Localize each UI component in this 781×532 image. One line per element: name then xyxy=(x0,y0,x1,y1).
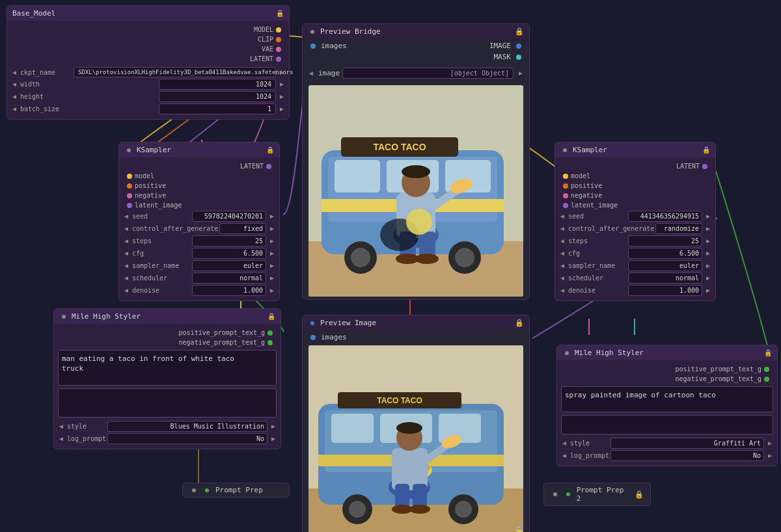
ksampler2-steps-right[interactable]: ► xyxy=(704,237,713,245)
vae-port: VAE xyxy=(7,44,289,54)
ckpt-arrow-right[interactable]: ► xyxy=(277,69,286,76)
ksampler1-latent-port: LATENT xyxy=(119,161,279,171)
mhs1-style-right[interactable]: ► xyxy=(269,423,278,430)
ksampler1-sampler-right[interactable]: ► xyxy=(267,262,277,269)
mhs2-title: Mile High Styler xyxy=(575,349,644,357)
latent-dot xyxy=(276,57,281,62)
mhs2-negative-port: negative_prompt_text_g xyxy=(557,374,777,384)
preview-bridge-title: Preview Bridge xyxy=(320,27,381,36)
images-in-dot xyxy=(310,44,316,49)
ksampler1-body: LATENT model positive negative latent_im… xyxy=(119,157,279,300)
ksampler1-cfg-right[interactable]: ► xyxy=(267,250,277,257)
width-arrow-right[interactable]: ► xyxy=(277,81,286,88)
ksampler1-denoise-right[interactable]: ► xyxy=(267,287,277,294)
ksampler1-steps-left[interactable]: ◄ xyxy=(122,237,131,245)
base-model-lock[interactable]: 🔒 xyxy=(276,10,284,17)
height-arrow-left[interactable]: ◄ xyxy=(10,93,19,100)
ckpt-arrow-left[interactable]: ◄ xyxy=(10,69,19,76)
ksampler2-steps-left[interactable]: ◄ xyxy=(558,237,567,245)
ksampler1-sampler-value: euler xyxy=(192,260,266,271)
prompt-prep1-dot2 xyxy=(205,488,209,492)
height-value: 1024 xyxy=(159,91,276,102)
preview-bridge-lock[interactable]: 🔒 xyxy=(515,27,524,36)
preview-image-container: TACO TACO 🔒 xyxy=(303,343,529,532)
preview-image-display: TACO TACO 🔒 xyxy=(308,345,523,532)
image-out-dot xyxy=(516,44,521,49)
preview-image-lock[interactable]: 🔒 xyxy=(515,319,524,327)
mhs1-lock[interactable]: 🔒 xyxy=(267,313,275,320)
ksampler2-cfg-right[interactable]: ► xyxy=(704,250,713,257)
svg-point-17 xyxy=(455,248,474,267)
ksampler1-denoise-value: 1.000 xyxy=(192,285,266,296)
ksampler2-scheduler-right[interactable]: ► xyxy=(704,274,713,282)
mhs2-log-left[interactable]: ◄ xyxy=(560,452,569,459)
ksampler2-seed-right[interactable]: ► xyxy=(704,213,713,220)
mhs2-log-row: ◄ log_prompt No ► xyxy=(557,449,777,462)
ksampler1-control-left[interactable]: ◄ xyxy=(122,225,131,232)
ksampler1-cfg-left[interactable]: ◄ xyxy=(122,250,131,257)
ksampler2-control-right[interactable]: ► xyxy=(704,225,713,232)
ksampler1-scheduler-right[interactable]: ► xyxy=(267,274,277,282)
mhs1-negative-text-box[interactable] xyxy=(58,388,277,418)
ksampler1-steps-row: ◄ steps 25 ► xyxy=(119,235,279,247)
svg-point-51 xyxy=(396,422,422,434)
mhs1-positive-text[interactable]: man eating a taco in front of white taco… xyxy=(58,350,277,386)
ksampler2-cfg-value: 6.500 xyxy=(628,248,702,259)
ksampler1-scheduler-left[interactable]: ◄ xyxy=(122,274,131,282)
ksampler2-sampler-left[interactable]: ◄ xyxy=(558,262,567,269)
mhs2-lock[interactable]: 🔒 xyxy=(764,349,772,356)
mhs2-style-left[interactable]: ◄ xyxy=(560,440,569,447)
batch-row: ◄ batch_size 1 ► xyxy=(7,103,289,115)
ksampler2-scheduler-left[interactable]: ◄ xyxy=(558,274,567,282)
ksampler2-sampler-right[interactable]: ► xyxy=(704,262,713,269)
mhs1-style-left[interactable]: ◄ xyxy=(57,423,66,430)
preview-bridge-img-left[interactable]: ◄ xyxy=(307,70,316,77)
height-arrow-right[interactable]: ► xyxy=(277,93,286,100)
ksampler1-seed-right[interactable]: ► xyxy=(267,213,277,220)
ksampler1-steps-right[interactable]: ► xyxy=(267,237,277,245)
ksampler2-control-value: randomize xyxy=(655,223,702,234)
ksampler2-lock[interactable]: 🔒 xyxy=(702,146,710,153)
ksampler1-lock[interactable]: 🔒 xyxy=(266,146,274,153)
svg-point-43 xyxy=(455,501,472,518)
width-arrow-left[interactable]: ◄ xyxy=(10,81,19,88)
clip-port: CLIP xyxy=(7,34,289,44)
preview-bridge-header: Preview Bridge 🔒 xyxy=(303,24,529,39)
ksampler2-denoise-left[interactable]: ◄ xyxy=(558,287,567,294)
svg-text:🔒: 🔒 xyxy=(514,525,523,532)
ksampler1-control-value: fixed xyxy=(219,223,266,234)
ksampler2-header: KSampler 🔒 xyxy=(555,142,715,157)
prompt-prep2-lock[interactable]: 🔒 xyxy=(635,490,644,499)
width-row: ◄ width 1024 ► xyxy=(7,78,289,90)
ksampler1-sampler-left[interactable]: ◄ xyxy=(122,262,131,269)
ksampler2-latent-in-dot xyxy=(563,203,568,208)
ksampler1-model-dot xyxy=(127,174,132,179)
mhs1-log-left[interactable]: ◄ xyxy=(57,435,66,442)
mhs2-style-right[interactable]: ► xyxy=(765,440,774,447)
mhs1-negative-port: negative_prompt_text_g xyxy=(54,338,281,347)
ksampler1-seed-left[interactable]: ◄ xyxy=(122,213,131,220)
width-value: 1024 xyxy=(159,79,276,90)
prompt-prep2-dot xyxy=(553,492,557,496)
ksampler2-denoise-right[interactable]: ► xyxy=(704,287,713,294)
mhs2-negative-text-box[interactable] xyxy=(561,415,773,434)
base-model-body: MODEL CLIP VAE LATENT ◄ ckpt_name SDXL\p… xyxy=(7,21,289,119)
ksampler2-control-left[interactable]: ◄ xyxy=(558,225,567,232)
ksampler2-node: KSampler 🔒 LATENT model positive negativ… xyxy=(555,142,716,301)
mhs1-log-right[interactable]: ► xyxy=(269,435,278,442)
ksampler2-cfg-left[interactable]: ◄ xyxy=(558,250,567,257)
preview-image-ports: images xyxy=(303,330,529,343)
preview-bridge-img-right[interactable]: ► xyxy=(516,70,525,77)
batch-arrow-left[interactable]: ◄ xyxy=(10,105,19,113)
ksampler2-steps-row: ◄ steps 25 ► xyxy=(555,235,715,247)
ksampler1-control-right[interactable]: ► xyxy=(267,225,277,232)
ksampler1-denoise-left[interactable]: ◄ xyxy=(122,287,131,294)
batch-arrow-right[interactable]: ► xyxy=(277,105,286,113)
mhs2-positive-text[interactable]: spray painted image of cartoon taco xyxy=(561,386,773,412)
preview-image-node: Preview Image 🔒 images xyxy=(302,315,530,532)
ksampler2-latent-port: LATENT xyxy=(555,161,715,171)
mhs1-title: Mile High Styler xyxy=(72,312,141,321)
mhs2-log-right[interactable]: ► xyxy=(765,452,774,459)
ksampler2-seed-left[interactable]: ◄ xyxy=(558,213,567,220)
preview-bridge-status-dot xyxy=(310,30,314,34)
